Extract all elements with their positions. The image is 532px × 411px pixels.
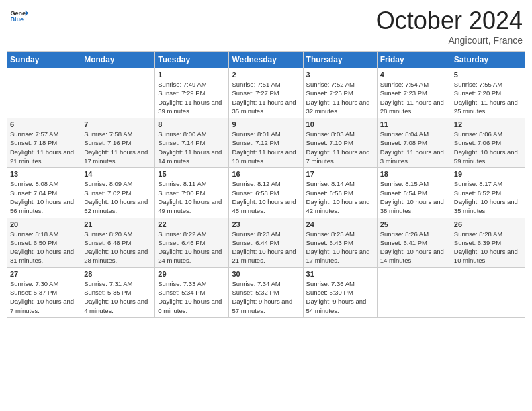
day-of-week-header: Wednesday <box>229 52 303 68</box>
calendar-cell: 2Sunrise: 7:51 AMSunset: 7:27 PMDaylight… <box>229 68 303 118</box>
calendar-cell: 21Sunrise: 8:20 AMSunset: 6:48 PMDayligh… <box>81 218 155 267</box>
calendar-cell <box>81 68 155 118</box>
day-number: 16 <box>232 170 300 178</box>
day-info: Sunrise: 8:01 AMSunset: 7:12 PMDaylight:… <box>232 130 300 165</box>
day-number: 7 <box>84 120 152 128</box>
calendar-cell: 20Sunrise: 8:18 AMSunset: 6:50 PMDayligh… <box>7 218 81 267</box>
day-number: 21 <box>84 220 152 228</box>
day-number: 4 <box>380 71 448 79</box>
calendar-cell: 25Sunrise: 8:26 AMSunset: 6:41 PMDayligh… <box>377 218 451 267</box>
day-info: Sunrise: 7:49 AMSunset: 7:29 PMDaylight:… <box>158 80 226 116</box>
day-of-week-header: Thursday <box>303 52 377 68</box>
day-number: 20 <box>10 220 78 228</box>
day-info: Sunrise: 7:54 AMSunset: 7:23 PMDaylight:… <box>380 80 448 116</box>
title-block: October 2024 Angicourt, France <box>376 7 523 46</box>
day-info: Sunrise: 8:15 AMSunset: 6:54 PMDaylight:… <box>380 179 448 215</box>
day-info: Sunrise: 7:34 AMSunset: 5:32 PMDaylight:… <box>232 279 300 315</box>
day-number: 8 <box>158 120 226 128</box>
calendar-cell: 10Sunrise: 8:03 AMSunset: 7:10 PMDayligh… <box>303 118 377 168</box>
calendar-cell <box>377 267 451 317</box>
day-info: Sunrise: 8:28 AMSunset: 6:39 PMDaylight:… <box>454 230 522 265</box>
day-number: 15 <box>158 170 226 178</box>
day-number: 18 <box>380 170 448 178</box>
calendar-cell: 22Sunrise: 8:22 AMSunset: 6:46 PMDayligh… <box>155 218 229 267</box>
calendar-table: SundayMondayTuesdayWednesdayThursdayFrid… <box>7 51 525 318</box>
calendar-cell: 15Sunrise: 8:11 AMSunset: 7:00 PMDayligh… <box>155 168 229 218</box>
page-header: General Blue October 2024 Angicourt, Fra… <box>7 7 525 46</box>
calendar-week-row: 27Sunrise: 7:30 AMSunset: 5:37 PMDayligh… <box>7 267 525 317</box>
calendar-cell: 11Sunrise: 8:04 AMSunset: 7:08 PMDayligh… <box>377 118 451 168</box>
day-number: 26 <box>454 220 522 228</box>
day-number: 19 <box>454 170 522 178</box>
day-number: 31 <box>306 270 374 278</box>
day-number: 29 <box>158 270 226 278</box>
calendar-header-row: SundayMondayTuesdayWednesdayThursdayFrid… <box>7 52 525 68</box>
day-info: Sunrise: 8:06 AMSunset: 7:06 PMDaylight:… <box>454 130 522 165</box>
calendar-cell: 26Sunrise: 8:28 AMSunset: 6:39 PMDayligh… <box>451 218 525 267</box>
day-number: 13 <box>10 170 78 178</box>
svg-text:Blue: Blue <box>10 16 24 23</box>
calendar-cell: 18Sunrise: 8:15 AMSunset: 6:54 PMDayligh… <box>377 168 451 218</box>
calendar-cell <box>7 68 81 118</box>
day-info: Sunrise: 8:22 AMSunset: 6:46 PMDaylight:… <box>158 230 226 265</box>
calendar-cell: 14Sunrise: 8:09 AMSunset: 7:02 PMDayligh… <box>81 168 155 218</box>
calendar-cell: 30Sunrise: 7:34 AMSunset: 5:32 PMDayligh… <box>229 267 303 317</box>
calendar-cell: 16Sunrise: 8:12 AMSunset: 6:58 PMDayligh… <box>229 168 303 218</box>
day-number: 3 <box>306 71 374 79</box>
calendar-cell: 8Sunrise: 8:00 AMSunset: 7:14 PMDaylight… <box>155 118 229 168</box>
calendar-cell: 27Sunrise: 7:30 AMSunset: 5:37 PMDayligh… <box>7 267 81 317</box>
day-of-week-header: Friday <box>377 52 451 68</box>
month-title: October 2024 <box>376 7 523 35</box>
day-info: Sunrise: 7:58 AMSunset: 7:16 PMDaylight:… <box>84 130 152 165</box>
day-info: Sunrise: 7:51 AMSunset: 7:27 PMDaylight:… <box>232 80 300 116</box>
logo: General Blue <box>9 7 28 26</box>
calendar-cell: 17Sunrise: 8:14 AMSunset: 6:56 PMDayligh… <box>303 168 377 218</box>
day-info: Sunrise: 8:04 AMSunset: 7:08 PMDaylight:… <box>380 130 448 165</box>
day-number: 28 <box>84 270 152 278</box>
day-of-week-header: Saturday <box>451 52 525 68</box>
calendar-cell: 5Sunrise: 7:55 AMSunset: 7:20 PMDaylight… <box>451 68 525 118</box>
calendar-cell: 9Sunrise: 8:01 AMSunset: 7:12 PMDaylight… <box>229 118 303 168</box>
day-info: Sunrise: 7:33 AMSunset: 5:34 PMDaylight:… <box>158 279 226 315</box>
day-info: Sunrise: 8:08 AMSunset: 7:04 PMDaylight:… <box>10 179 78 215</box>
day-number: 27 <box>10 270 78 278</box>
day-number: 5 <box>454 71 522 79</box>
day-number: 30 <box>232 270 300 278</box>
calendar-cell: 28Sunrise: 7:31 AMSunset: 5:35 PMDayligh… <box>81 267 155 317</box>
day-of-week-header: Sunday <box>7 52 81 68</box>
calendar-cell: 19Sunrise: 8:17 AMSunset: 6:52 PMDayligh… <box>451 168 525 218</box>
calendar-cell: 24Sunrise: 8:25 AMSunset: 6:43 PMDayligh… <box>303 218 377 267</box>
day-number: 22 <box>158 220 226 228</box>
day-number: 10 <box>306 120 374 128</box>
day-info: Sunrise: 8:12 AMSunset: 6:58 PMDaylight:… <box>232 179 300 215</box>
day-number: 1 <box>158 71 226 79</box>
day-info: Sunrise: 8:20 AMSunset: 6:48 PMDaylight:… <box>84 230 152 265</box>
calendar-cell: 7Sunrise: 7:58 AMSunset: 7:16 PMDaylight… <box>81 118 155 168</box>
calendar-cell: 12Sunrise: 8:06 AMSunset: 7:06 PMDayligh… <box>451 118 525 168</box>
calendar-cell: 6Sunrise: 7:57 AMSunset: 7:18 PMDaylight… <box>7 118 81 168</box>
day-number: 12 <box>454 120 522 128</box>
day-info: Sunrise: 7:52 AMSunset: 7:25 PMDaylight:… <box>306 80 374 116</box>
calendar-week-row: 13Sunrise: 8:08 AMSunset: 7:04 PMDayligh… <box>7 168 525 218</box>
day-info: Sunrise: 7:31 AMSunset: 5:35 PMDaylight:… <box>84 279 152 315</box>
calendar-cell: 13Sunrise: 8:08 AMSunset: 7:04 PMDayligh… <box>7 168 81 218</box>
day-of-week-header: Monday <box>81 52 155 68</box>
day-info: Sunrise: 8:09 AMSunset: 7:02 PMDaylight:… <box>84 179 152 215</box>
day-number: 25 <box>380 220 448 228</box>
day-info: Sunrise: 8:00 AMSunset: 7:14 PMDaylight:… <box>158 130 226 165</box>
calendar-cell <box>451 267 525 317</box>
calendar-week-row: 1Sunrise: 7:49 AMSunset: 7:29 PMDaylight… <box>7 68 525 118</box>
day-info: Sunrise: 8:17 AMSunset: 6:52 PMDaylight:… <box>454 179 522 215</box>
day-info: Sunrise: 8:25 AMSunset: 6:43 PMDaylight:… <box>306 230 374 265</box>
calendar-cell: 1Sunrise: 7:49 AMSunset: 7:29 PMDaylight… <box>155 68 229 118</box>
day-info: Sunrise: 8:18 AMSunset: 6:50 PMDaylight:… <box>10 230 78 265</box>
day-info: Sunrise: 8:11 AMSunset: 7:00 PMDaylight:… <box>158 179 226 215</box>
day-number: 6 <box>10 120 78 128</box>
day-info: Sunrise: 8:23 AMSunset: 6:44 PMDaylight:… <box>232 230 300 265</box>
day-number: 14 <box>84 170 152 178</box>
calendar-week-row: 20Sunrise: 8:18 AMSunset: 6:50 PMDayligh… <box>7 218 525 267</box>
calendar-cell: 31Sunrise: 7:36 AMSunset: 5:30 PMDayligh… <box>303 267 377 317</box>
calendar-cell: 29Sunrise: 7:33 AMSunset: 5:34 PMDayligh… <box>155 267 229 317</box>
day-number: 11 <box>380 120 448 128</box>
calendar-week-row: 6Sunrise: 7:57 AMSunset: 7:18 PMDaylight… <box>7 118 525 168</box>
